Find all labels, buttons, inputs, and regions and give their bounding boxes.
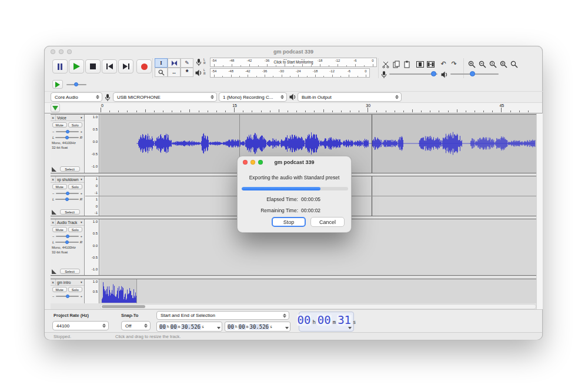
horizontal-scrollbar[interactable] bbox=[100, 304, 536, 309]
vertical-scale-ruler[interactable]: 1.0 0.5 0.0 -0.5 -1.0 bbox=[85, 115, 99, 173]
zoom-in-button[interactable] bbox=[467, 60, 476, 69]
snap-to-select[interactable]: Off bbox=[121, 321, 151, 330]
mute-button[interactable]: Mute bbox=[52, 287, 67, 292]
meter-monitoring-hint[interactable]: Click to Start Monitoring bbox=[272, 60, 315, 64]
undo-button[interactable]: ↶ bbox=[439, 59, 448, 68]
dialog-stop-button[interactable]: Stop bbox=[272, 217, 306, 227]
pinned-play-head-button[interactable] bbox=[51, 103, 60, 112]
envelope-tool-button[interactable] bbox=[168, 58, 181, 68]
track-name[interactable]: Audio Track bbox=[56, 219, 79, 225]
pinned-play-head-icon bbox=[52, 106, 58, 111]
timeline-ruler[interactable]: 0153045 bbox=[99, 103, 536, 113]
project-rate-select[interactable]: 44100 bbox=[52, 321, 109, 330]
playback-meter[interactable]: -54-48-42-36-30-24-18-12-60 bbox=[210, 68, 370, 78]
selection-end-field[interactable]: 00h 00m 30.526s bbox=[225, 322, 290, 332]
track-menu-button[interactable]: ▾ bbox=[79, 115, 84, 121]
selection-mode-select[interactable]: Start and End of Selection bbox=[156, 311, 289, 320]
track-name[interactable]: gm intro bbox=[56, 279, 79, 285]
trim-audio-button[interactable] bbox=[415, 60, 425, 69]
fit-selection-button[interactable] bbox=[488, 60, 497, 69]
dialog-cancel-button[interactable]: Cancel bbox=[310, 217, 345, 227]
track-close-button[interactable]: × bbox=[51, 115, 56, 121]
selection-tool-button[interactable]: I bbox=[155, 58, 168, 68]
track-menu-button[interactable]: ▾ bbox=[79, 279, 84, 285]
vertical-scale-ruler[interactable]: 1.0 0.5 bbox=[85, 279, 99, 303]
select-button[interactable]: Select bbox=[60, 269, 80, 274]
zoom-out-button[interactable] bbox=[477, 60, 487, 69]
pause-button[interactable] bbox=[52, 59, 68, 73]
gain-slider[interactable]: −+ bbox=[51, 129, 84, 135]
paste-button[interactable] bbox=[402, 60, 412, 69]
audio-host-select[interactable]: Core Audio bbox=[51, 92, 102, 102]
pan-slider[interactable]: LR bbox=[51, 196, 84, 202]
stop-button[interactable] bbox=[85, 59, 101, 73]
zoom-toggle-button[interactable] bbox=[509, 60, 519, 69]
play-at-speed-button[interactable] bbox=[52, 80, 63, 89]
track-name[interactable]: Voice bbox=[56, 115, 79, 121]
copy-button[interactable] bbox=[392, 60, 401, 69]
solo-button[interactable]: Solo bbox=[68, 184, 83, 189]
pan-slider[interactable]: LR bbox=[51, 239, 84, 245]
track-close-button[interactable]: × bbox=[51, 279, 56, 285]
track-audio-track-panel[interactable]: × Audio Track ▾ Mute Solo −+ LR Mono, 44… bbox=[51, 219, 85, 275]
multi-tool-button[interactable]: * bbox=[181, 68, 193, 77]
fit-project-button[interactable] bbox=[499, 60, 508, 69]
zoom-tool-button[interactable] bbox=[155, 68, 168, 77]
track-menu-button[interactable]: ▾ bbox=[79, 176, 84, 182]
track-name[interactable]: xp shutdown bbox=[56, 176, 79, 182]
selection-start-field[interactable]: 00h 00m 30.526s bbox=[156, 322, 222, 332]
redo-button[interactable]: ↷ bbox=[449, 59, 459, 68]
gm-intro-waveform-area[interactable] bbox=[100, 279, 536, 303]
play-speed-slider[interactable] bbox=[66, 81, 86, 88]
silence-audio-button[interactable] bbox=[426, 60, 435, 69]
playback-volume-thumb[interactable] bbox=[470, 71, 475, 76]
mute-button[interactable]: Mute bbox=[52, 227, 67, 232]
recording-volume-slider[interactable] bbox=[389, 71, 437, 78]
timeline-label: 15 bbox=[232, 103, 237, 108]
track-format-info: Mono, 44100Hz32-bit float bbox=[51, 245, 84, 255]
mute-button[interactable]: Mute bbox=[52, 122, 67, 128]
gain-slider[interactable]: −+ bbox=[51, 233, 84, 239]
skip-to-start-button[interactable] bbox=[102, 59, 117, 73]
gain-slider[interactable]: −+ bbox=[51, 190, 84, 196]
track-voice-panel[interactable]: × Voice ▾ Mute Solo −+ LR Mono, 44100Hz3… bbox=[51, 115, 85, 173]
audio-position-display[interactable]: 00h 00m 31s bbox=[299, 312, 354, 332]
track-xp-shutdown-panel[interactable]: × xp shutdown ▾ Mute Solo −+ LR Select bbox=[51, 176, 85, 216]
vertical-scale-ruler[interactable]: 1.0 0.5 0.0 -0.5 -1.0 bbox=[85, 219, 99, 275]
recording-volume-thumb[interactable] bbox=[431, 71, 436, 76]
timeshift-tool-button[interactable]: ↔ bbox=[168, 68, 181, 77]
gain-slider[interactable]: −+ bbox=[51, 293, 84, 299]
pan-slider[interactable]: LR bbox=[51, 135, 84, 141]
record-button[interactable] bbox=[136, 59, 152, 73]
select-button[interactable]: Select bbox=[60, 166, 80, 172]
collapse-triangle[interactable] bbox=[52, 269, 56, 274]
recording-device-select[interactable]: USB MICROPHONE bbox=[113, 92, 217, 102]
speaker-icon bbox=[195, 69, 202, 76]
track-close-button[interactable]: × bbox=[51, 176, 56, 182]
field-dropdown-icon[interactable] bbox=[348, 327, 352, 329]
mute-button[interactable]: Mute bbox=[52, 184, 67, 189]
select-button[interactable]: Select bbox=[60, 209, 80, 215]
skip-to-end-button[interactable] bbox=[118, 59, 133, 73]
draw-tool-button[interactable]: ✎ bbox=[181, 58, 193, 68]
solo-button[interactable]: Solo bbox=[68, 287, 83, 292]
track-menu-button[interactable]: ▾ bbox=[79, 219, 84, 225]
window-titlebar[interactable]: gm podcast 339 bbox=[45, 46, 542, 56]
playback-volume-slider[interactable] bbox=[450, 71, 499, 78]
horizontal-scrollbar-thumb[interactable] bbox=[102, 305, 145, 308]
track-gm-intro-panel[interactable]: × gm intro ▾ Mute Solo −+ bbox=[51, 279, 85, 303]
solo-button[interactable]: Solo bbox=[68, 122, 83, 128]
recording-channels-select[interactable]: 1 (Mono) Recording C... bbox=[219, 92, 287, 102]
field-dropdown-icon[interactable] bbox=[217, 327, 220, 329]
collapse-triangle[interactable] bbox=[52, 210, 56, 215]
playback-device-select[interactable]: Built-in Output bbox=[298, 92, 402, 102]
vertical-scrollbar[interactable] bbox=[536, 113, 543, 309]
collapse-triangle[interactable] bbox=[52, 167, 56, 172]
recording-meter[interactable]: Click to Start Monitoring -54-48-42-36-3… bbox=[210, 58, 377, 67]
cut-button[interactable] bbox=[381, 60, 390, 69]
field-dropdown-icon[interactable] bbox=[285, 327, 289, 329]
play-speed-thumb[interactable] bbox=[74, 82, 78, 86]
play-button[interactable] bbox=[69, 59, 84, 73]
solo-button[interactable]: Solo bbox=[68, 227, 83, 232]
track-close-button[interactable]: × bbox=[51, 219, 56, 225]
